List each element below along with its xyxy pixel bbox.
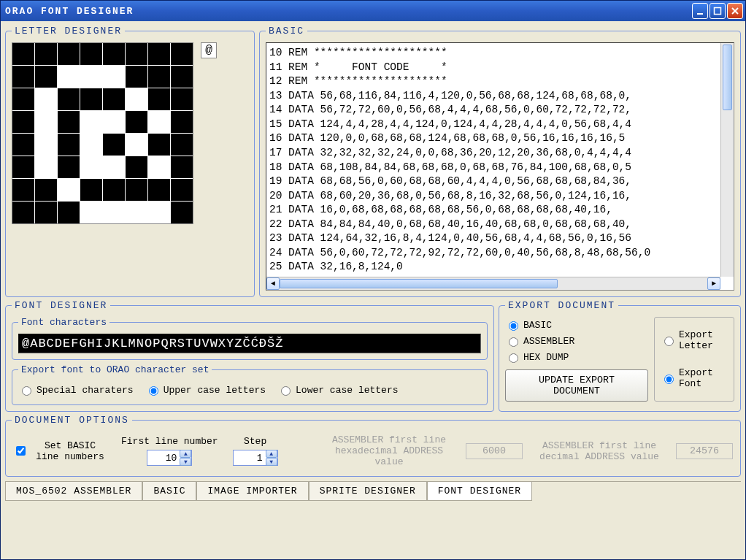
pixel-cell[interactable] — [35, 66, 57, 88]
pixel-cell[interactable] — [171, 156, 193, 178]
pixel-cell[interactable] — [80, 179, 102, 201]
spinner-up-icon[interactable]: ▲ — [180, 450, 191, 458]
radio-export-font[interactable]: Export Font — [661, 365, 728, 391]
pixel-cell[interactable] — [126, 156, 147, 178]
tab-image-importer[interactable]: IMAGE IMPORTER — [196, 482, 308, 501]
tab-font-designer[interactable]: FONT DESIGNER — [427, 482, 532, 501]
pixel-cell[interactable] — [171, 202, 193, 223]
radio-special-characters[interactable]: Special charaters — [18, 384, 134, 396]
first-line-spinner[interactable]: ▲▼ — [147, 450, 192, 466]
pixel-cell[interactable] — [126, 134, 147, 156]
vertical-scrollbar[interactable] — [720, 43, 734, 277]
horizontal-scroll-thumb[interactable] — [280, 279, 558, 288]
basic-code-box[interactable]: 10 REM ********************* 11 REM * FO… — [266, 42, 734, 291]
step-spinner[interactable]: ▲▼ — [233, 450, 278, 466]
pixel-cell[interactable] — [103, 156, 125, 178]
update-export-button[interactable]: UPDATE EXPORT DOCUMENT — [505, 369, 648, 402]
spinner-down-icon[interactable]: ▼ — [180, 458, 191, 466]
pixel-cell[interactable] — [103, 88, 125, 110]
pixel-cell[interactable] — [171, 134, 193, 156]
pixel-cell[interactable] — [35, 111, 57, 133]
pixel-cell[interactable] — [80, 202, 102, 223]
pixel-cell[interactable] — [171, 88, 193, 110]
pixel-cell[interactable] — [12, 156, 34, 178]
pixel-cell[interactable] — [148, 66, 170, 88]
radio-basic[interactable]: BASIC — [505, 317, 648, 333]
pixel-cell[interactable] — [103, 43, 125, 65]
pixel-cell[interactable] — [58, 66, 80, 88]
pixel-cell[interactable] — [80, 111, 102, 133]
pixel-cell[interactable] — [126, 179, 147, 201]
radio-export-letter[interactable]: Export Letter — [661, 327, 728, 353]
pixel-cell[interactable] — [148, 43, 170, 65]
pixel-cell[interactable] — [35, 134, 57, 156]
glyph-preview[interactable]: @ — [201, 42, 217, 58]
pixel-cell[interactable] — [103, 179, 125, 201]
close-button[interactable] — [727, 3, 743, 19]
pixel-cell[interactable] — [171, 43, 193, 65]
radio-upper-case[interactable]: Upper case letters — [145, 384, 266, 396]
pixel-cell[interactable] — [80, 43, 102, 65]
pixel-cell[interactable] — [58, 202, 80, 223]
pixel-cell[interactable] — [126, 66, 147, 88]
pixel-cell[interactable] — [103, 111, 125, 133]
pixel-cell[interactable] — [58, 88, 80, 110]
pixel-cell[interactable] — [148, 111, 170, 133]
pixel-cell[interactable] — [58, 134, 80, 156]
pixel-cell[interactable] — [103, 66, 125, 88]
font-characters-strip[interactable]: @ABCDEFGHIJKLMNOPQRSTUVWXYZČĆĐŠŽ — [18, 334, 481, 353]
pixel-cell[interactable] — [148, 179, 170, 201]
scroll-right-icon[interactable]: ► — [707, 277, 720, 290]
tab-sprite-designer[interactable]: SPRITE DESIGNER — [309, 482, 427, 501]
pixel-cell[interactable] — [171, 179, 193, 201]
pixel-cell[interactable] — [35, 156, 57, 178]
spinner-down-icon[interactable]: ▼ — [266, 458, 277, 466]
pixel-cell[interactable] — [58, 179, 80, 201]
pixel-cell[interactable] — [103, 134, 125, 156]
pixel-cell[interactable] — [12, 202, 34, 223]
pixel-cell[interactable] — [80, 156, 102, 178]
pixel-cell[interactable] — [126, 88, 147, 110]
pixel-cell[interactable] — [148, 202, 170, 223]
radio-assembler[interactable]: ASSEMBLER — [505, 333, 648, 349]
pixel-grid[interactable] — [12, 42, 193, 224]
pixel-cell[interactable] — [126, 43, 147, 65]
pixel-cell[interactable] — [126, 111, 147, 133]
pixel-cell[interactable] — [58, 156, 80, 178]
pixel-cell[interactable] — [12, 43, 34, 65]
radio-lower-case[interactable]: Lower case letters — [277, 384, 398, 396]
pixel-cell[interactable] — [12, 179, 34, 201]
pixel-cell[interactable] — [12, 134, 34, 156]
first-line-input[interactable] — [147, 451, 180, 465]
pixel-cell[interactable] — [148, 134, 170, 156]
minimize-button[interactable] — [692, 3, 708, 19]
pixel-cell[interactable] — [126, 202, 147, 223]
set-basic-checkbox[interactable] — [16, 446, 26, 456]
radio-hex-dump[interactable]: HEX DUMP — [505, 349, 648, 365]
scroll-left-icon[interactable]: ◄ — [266, 277, 280, 290]
pixel-cell[interactable] — [148, 88, 170, 110]
pixel-cell[interactable] — [171, 111, 193, 133]
tab-mos-6502-assembler[interactable]: MOS_6502 ASSEMBLER — [5, 482, 142, 501]
pixel-cell[interactable] — [12, 66, 34, 88]
pixel-cell[interactable] — [35, 202, 57, 223]
maximize-button[interactable] — [710, 3, 726, 19]
step-input[interactable] — [234, 451, 266, 465]
pixel-cell[interactable] — [12, 88, 34, 110]
pixel-cell[interactable] — [80, 134, 102, 156]
horizontal-scrollbar[interactable]: ◄ ► — [266, 277, 720, 290]
pixel-cell[interactable] — [35, 43, 57, 65]
pixel-cell[interactable] — [35, 88, 57, 110]
pixel-cell[interactable] — [148, 156, 170, 178]
vertical-scroll-thumb[interactable] — [723, 45, 732, 110]
pixel-cell[interactable] — [58, 111, 80, 133]
spinner-up-icon[interactable]: ▲ — [266, 450, 277, 458]
pixel-cell[interactable] — [12, 111, 34, 133]
pixel-cell[interactable] — [35, 179, 57, 201]
pixel-cell[interactable] — [80, 66, 102, 88]
pixel-cell[interactable] — [171, 66, 193, 88]
pixel-cell[interactable] — [103, 202, 125, 223]
pixel-cell[interactable] — [80, 88, 102, 110]
tab-basic[interactable]: BASIC — [142, 482, 196, 501]
pixel-cell[interactable] — [58, 43, 80, 65]
